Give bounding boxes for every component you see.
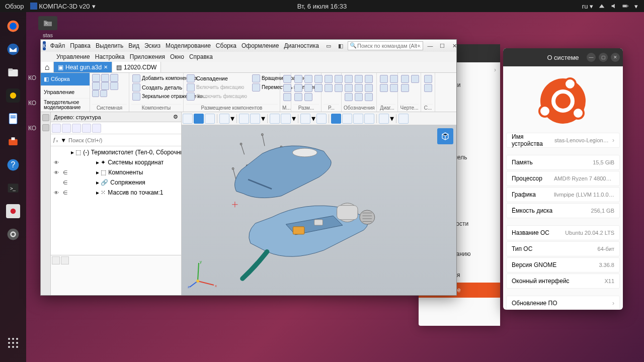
about-titlebar[interactable]: О системе — ▢ ✕ (503, 48, 623, 66)
tree-row[interactable]: ▸ ✦ Системы координат (51, 157, 181, 167)
menu-Выделить[interactable]: Выделить (93, 42, 126, 49)
dock-software[interactable] (2, 131, 24, 153)
vp-tool-icon[interactable] (205, 114, 215, 124)
tool-icon[interactable] (345, 75, 353, 83)
tree-tool-icon[interactable] (62, 124, 71, 133)
new-icon[interactable] (92, 74, 100, 82)
tool-icon[interactable] (365, 84, 373, 92)
menu-Вид[interactable]: Вид (126, 42, 142, 49)
command-search-input[interactable] (348, 41, 423, 50)
menu-Окно[interactable]: Окно (168, 53, 187, 60)
tool-icon[interactable] (401, 75, 409, 83)
menu-Управление[interactable]: Управление (54, 53, 93, 60)
menu-Сборка[interactable]: Сборка (213, 42, 239, 49)
save-icon[interactable] (110, 74, 118, 82)
tool-icon[interactable] (390, 75, 398, 83)
fx-icon[interactable]: ƒₓ (53, 137, 58, 143)
fix-on-button[interactable]: Включить фиксацию (186, 83, 248, 92)
tree-search-input[interactable] (68, 137, 179, 143)
dock-show-apps[interactable] (2, 332, 24, 354)
maximize-button[interactable]: ▢ (599, 53, 608, 62)
minimize-button[interactable]: — (425, 42, 435, 50)
tree-row[interactable]: ∈▸ ⬚ Компоненты (51, 167, 181, 177)
vp-tool-icon[interactable] (316, 114, 327, 124)
vp-tool-icon[interactable] (353, 114, 363, 124)
menu-Эскиз[interactable]: Эскиз (142, 42, 163, 49)
vp-tool-icon[interactable] (398, 114, 409, 124)
tree-tool-icon[interactable] (52, 124, 61, 133)
tree-root[interactable]: ▸ ⬚ (-) Термопистолет (Тел-0, Сборочных … (51, 147, 181, 157)
input-lang-indicator[interactable]: ru ▾ (582, 3, 593, 10)
ribbon-tab-assembly[interactable]: ◧Сборка (41, 73, 90, 86)
fix-off-button[interactable]: Отключить фиксацию (186, 92, 248, 101)
copy-icon[interactable] (92, 90, 99, 97)
tool-icon[interactable] (424, 75, 432, 83)
vp-visibility-icon[interactable] (300, 114, 310, 124)
tool-icon[interactable] (304, 84, 312, 92)
tool-icon[interactable] (355, 93, 363, 101)
network-icon[interactable] (598, 3, 605, 10)
ribbon-tab-control[interactable]: Управление (41, 86, 90, 99)
menu-Файл[interactable]: Файл (48, 42, 68, 49)
undo-icon[interactable] (101, 82, 109, 90)
close-tab-icon[interactable]: ✕ (104, 64, 108, 70)
close-button[interactable]: ✕ (611, 53, 620, 62)
tree-row[interactable]: ∈▸ ⁙ Массив по точкам:1 (51, 188, 181, 198)
dock-kompas[interactable] (2, 200, 24, 222)
open-icon[interactable] (101, 74, 109, 82)
tool-icon[interactable] (380, 84, 388, 92)
ribbon-tab-solid[interactable]: Твердотельное моделирование (41, 99, 90, 112)
vp-tool-icon[interactable] (239, 114, 249, 124)
vp-tool-icon[interactable] (194, 114, 204, 124)
tool-icon[interactable] (325, 75, 333, 83)
tool-icon[interactable] (355, 84, 363, 92)
bottom-tab-icon[interactable] (52, 256, 60, 264)
mirror-component-button[interactable]: Зеркальное отражение ко... (131, 92, 181, 101)
tool-icon[interactable] (365, 75, 373, 83)
redo-icon[interactable] (110, 82, 118, 90)
menu-Правка[interactable]: Правка (67, 42, 93, 49)
tree-row[interactable]: ∈▸ 🔗 Сопряжения (51, 177, 181, 188)
vp-tool-icon[interactable] (364, 114, 374, 124)
menu-Приложения[interactable]: Приложения (127, 53, 168, 60)
paste-icon[interactable] (100, 90, 107, 97)
tool-icon[interactable] (365, 93, 373, 101)
close-button[interactable]: ✕ (449, 42, 459, 50)
kompas-window[interactable]: К ФайлПравкаВыделитьВидЭскизМоделировани… (40, 39, 457, 296)
tool-icon[interactable] (304, 93, 312, 101)
create-part-button[interactable]: Создать деталь (131, 83, 181, 92)
tool-icon[interactable] (283, 84, 291, 92)
tool-icon[interactable] (380, 75, 388, 83)
vp-tool-icon[interactable] (281, 114, 291, 124)
add-component-button[interactable]: Добавить компонент из... (131, 74, 181, 83)
vp-tool-icon[interactable] (250, 114, 260, 124)
gear-icon[interactable]: ⚙ (173, 114, 178, 120)
side-icon[interactable] (42, 114, 49, 121)
menu-Моделирование[interactable]: Моделирование (163, 42, 213, 49)
vp-zoom-icon[interactable] (219, 114, 229, 124)
tool-icon[interactable] (283, 75, 291, 83)
tool-icon[interactable] (401, 84, 409, 92)
view-cube-icon[interactable] (437, 128, 453, 144)
system-menu-chevron-icon[interactable]: ▾ (634, 3, 638, 10)
clock[interactable]: Вт, 6 июля 16:33 (297, 3, 347, 10)
print-icon[interactable] (92, 82, 100, 90)
volume-icon[interactable] (610, 3, 617, 10)
tool-icon[interactable] (355, 75, 363, 83)
tab-heat-gun[interactable]: ▣ Heat gun.a3d ✕ (54, 62, 112, 72)
tab-12020[interactable]: ▤ 12020.CDW (112, 62, 161, 72)
menu-Диагностика[interactable]: Диагностика (281, 42, 321, 49)
dock-terminal[interactable]: >_ (2, 177, 24, 199)
viewport[interactable]: ▾ ▾ ▾ ▾ ▾ (182, 112, 456, 295)
tool-icon[interactable] (304, 75, 312, 83)
dock-firefox[interactable] (2, 15, 24, 37)
side-icon[interactable] (42, 124, 49, 131)
menu-Справка[interactable]: Справка (187, 53, 215, 60)
vp-filter-icon[interactable] (379, 114, 389, 124)
dock-rhythmbox[interactable] (2, 84, 24, 107)
filter-icon[interactable]: ▼ (60, 137, 66, 144)
dock-help[interactable]: ? (2, 154, 24, 176)
match-button[interactable]: Совпадение (186, 74, 248, 83)
tool-icon[interactable] (294, 84, 302, 92)
tool-icon[interactable] (411, 75, 419, 83)
